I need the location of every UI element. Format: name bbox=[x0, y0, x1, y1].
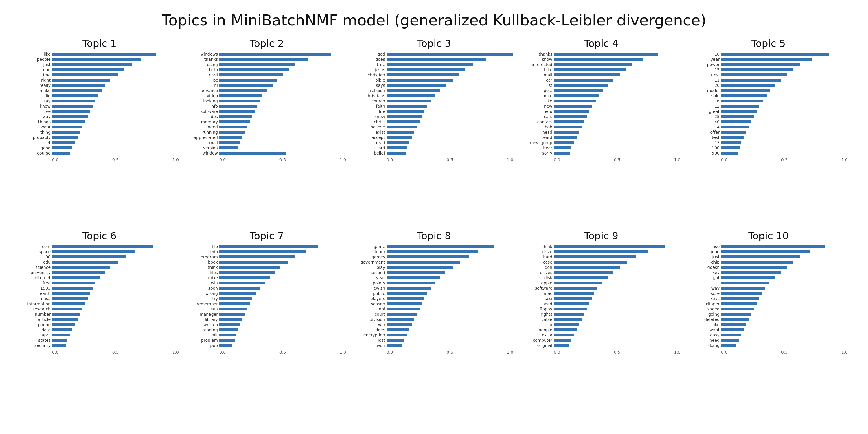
bar-track bbox=[52, 281, 179, 284]
bar-label: game bbox=[355, 244, 386, 249]
bar-track bbox=[219, 84, 346, 87]
bar-fill bbox=[386, 323, 412, 326]
bar-fill bbox=[721, 63, 800, 66]
bar-row: ii bbox=[522, 322, 681, 327]
bar-row: game bbox=[355, 244, 513, 249]
bar-track bbox=[554, 136, 681, 139]
bar-fill bbox=[219, 245, 318, 248]
bar-label: deleted bbox=[689, 317, 721, 322]
bar-fill bbox=[386, 329, 409, 331]
bar-track bbox=[386, 339, 513, 342]
bar-label: advance bbox=[187, 88, 219, 93]
topic-title-10: Topic 10 bbox=[748, 230, 789, 242]
bar-fill bbox=[386, 344, 402, 347]
bar-fill bbox=[386, 131, 414, 134]
bar-label: christians bbox=[355, 93, 386, 98]
bar-row: pub bbox=[187, 343, 346, 348]
bar-track bbox=[721, 266, 848, 269]
bar-track bbox=[721, 287, 848, 290]
bar-track bbox=[386, 245, 513, 248]
bar-row: research bbox=[20, 306, 179, 311]
bar-row: win bbox=[187, 280, 346, 285]
bar-fill bbox=[721, 318, 749, 321]
bar-row: 00 bbox=[20, 254, 179, 259]
bars-area-3: goddoestruejesuschristianbiblesaysreligi… bbox=[355, 52, 513, 155]
bar-track bbox=[52, 131, 179, 134]
bar-fill bbox=[554, 250, 648, 253]
bar-label: video bbox=[187, 93, 219, 98]
topic-title-8: Topic 8 bbox=[417, 230, 451, 242]
bar-row: sorry bbox=[522, 151, 681, 155]
bar-label: bible bbox=[355, 78, 386, 83]
axis-ticks: 0.00.51.0 bbox=[554, 350, 681, 354]
bar-label: 20 bbox=[689, 83, 721, 88]
bar-fill bbox=[219, 344, 232, 347]
bar-label: program bbox=[187, 255, 219, 259]
bar-track bbox=[52, 313, 179, 316]
bar-track bbox=[386, 115, 513, 118]
bar-fill bbox=[554, 146, 571, 149]
bar-row: new bbox=[689, 72, 848, 77]
bar-fill bbox=[52, 281, 95, 284]
bar-label: car bbox=[522, 78, 554, 83]
axis-tick: 0.0 bbox=[554, 350, 560, 354]
bar-fill bbox=[554, 281, 602, 284]
axis-tick: 0.5 bbox=[112, 350, 119, 354]
bar-fill bbox=[219, 266, 280, 269]
bar-track bbox=[52, 79, 179, 82]
bar-fill bbox=[386, 339, 404, 342]
bar-row: 17 bbox=[689, 140, 848, 145]
bar-label: games bbox=[355, 255, 386, 259]
bar-label: mike bbox=[187, 275, 219, 280]
axis-area: 0.00.51.0 bbox=[522, 349, 681, 354]
bar-row: good bbox=[689, 249, 848, 254]
bar-track bbox=[52, 261, 179, 264]
bar-track bbox=[721, 250, 848, 253]
bar-track bbox=[554, 99, 681, 102]
bar-fill bbox=[219, 329, 239, 331]
bar-fill bbox=[52, 313, 80, 316]
bar-label: year bbox=[689, 57, 721, 62]
bar-label: like bbox=[689, 322, 721, 327]
bar-row: cable bbox=[522, 317, 681, 322]
bar-row: encryption bbox=[355, 333, 513, 337]
bar-label: hear bbox=[522, 146, 554, 150]
bar-row: number bbox=[20, 312, 179, 316]
bar-fill bbox=[219, 276, 270, 279]
bar-row: course bbox=[20, 151, 179, 155]
bar-row: problem bbox=[187, 338, 346, 343]
axis-tick: 0.5 bbox=[279, 157, 286, 162]
bar-fill bbox=[219, 99, 260, 102]
bar-fill bbox=[386, 271, 445, 274]
bar-track bbox=[386, 329, 513, 331]
bar-track bbox=[554, 68, 681, 71]
bar-fill bbox=[52, 266, 110, 269]
bar-row: earth bbox=[20, 291, 179, 296]
bar-label: email bbox=[187, 140, 219, 145]
bar-label: season bbox=[355, 302, 386, 306]
bar-track bbox=[386, 297, 513, 300]
bar-label: encryption bbox=[355, 333, 386, 337]
bar-label: number bbox=[20, 312, 52, 316]
bar-row: test bbox=[689, 135, 848, 140]
bar-track bbox=[52, 271, 179, 274]
bar-label: head bbox=[522, 130, 554, 134]
bar-track bbox=[554, 271, 681, 274]
bar-label: book bbox=[187, 260, 219, 265]
bar-row: space bbox=[20, 249, 179, 254]
bar-track bbox=[721, 323, 848, 326]
bar-track bbox=[219, 89, 346, 92]
axis-area: 0.00.51.0 bbox=[20, 349, 179, 354]
bar-track bbox=[721, 344, 848, 347]
bar-track bbox=[721, 329, 848, 331]
bar-label: 1993 bbox=[20, 286, 52, 290]
bar-track bbox=[554, 313, 681, 316]
bar-label: just bbox=[20, 62, 52, 67]
bar-row: thanks bbox=[187, 57, 346, 62]
bar-fill bbox=[386, 255, 469, 258]
bar-row: key bbox=[689, 270, 848, 275]
bar-label: free bbox=[20, 281, 52, 285]
bar-fill bbox=[721, 261, 793, 264]
bar-track bbox=[386, 334, 513, 337]
bar-row: 12 bbox=[689, 103, 848, 108]
